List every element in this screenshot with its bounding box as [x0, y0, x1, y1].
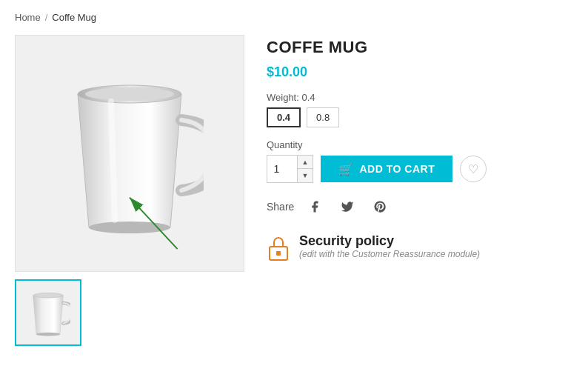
weight-option-08[interactable]: 0.8 [307, 107, 339, 127]
add-to-cart-button[interactable]: 🛒 ADD TO CART [321, 156, 452, 182]
product-title: COFFE MUG [267, 38, 573, 57]
svg-point-7 [36, 333, 60, 336]
add-to-cart-label: ADD TO CART [360, 163, 435, 175]
quantity-input[interactable] [267, 156, 297, 182]
security-text: Security policy (edit with the Customer … [299, 233, 480, 259]
twitter-icon[interactable] [335, 195, 359, 219]
thumbnail-mug-svg [26, 287, 70, 339]
mug-svg [56, 61, 204, 246]
product-price: $10.00 [267, 64, 573, 80]
breadcrumb-separator: / [45, 12, 48, 23]
svg-point-2 [89, 222, 170, 233]
breadcrumb-current: Coffe Mug [52, 12, 96, 23]
page-container: Home / Coffe Mug [0, 0, 588, 383]
product-images-wrapper [15, 35, 244, 346]
security-policy: Security policy (edit with the Customer … [267, 233, 573, 267]
share-row: Share [267, 195, 573, 219]
thumbnail-container [15, 279, 244, 346]
breadcrumb-home[interactable]: Home [15, 12, 41, 23]
product-info: COFFE MUG $10.00 Weight: 0.4 0.4 0.8 Qua… [267, 35, 573, 346]
svg-point-1 [85, 87, 174, 101]
product-thumbnail[interactable] [15, 279, 81, 346]
quantity-down-button[interactable]: ▼ [298, 169, 313, 182]
svg-point-6 [36, 293, 61, 297]
quantity-arrows: ▲ ▼ [297, 156, 313, 182]
quantity-label: Quantity [267, 139, 573, 150]
quantity-up-button[interactable]: ▲ [298, 156, 313, 169]
main-product-image [15, 35, 244, 272]
facebook-icon[interactable] [303, 195, 327, 219]
lock-icon [267, 235, 290, 267]
product-layout: COFFE MUG $10.00 Weight: 0.4 0.4 0.8 Qua… [15, 35, 573, 346]
heart-icon: ♡ [468, 162, 478, 176]
security-title: Security policy [299, 233, 480, 249]
quantity-cart-row: ▲ ▼ 🛒 ADD TO CART ♡ [267, 155, 573, 183]
security-subtitle: (edit with the Customer Reassurance modu… [299, 249, 480, 259]
lock-svg [267, 235, 290, 262]
cart-icon: 🛒 [338, 162, 354, 176]
wishlist-button[interactable]: ♡ [460, 156, 487, 182]
weight-label: Weight: 0.4 [267, 92, 573, 103]
share-label: Share [267, 201, 294, 213]
quantity-input-wrapper: ▲ ▼ [267, 155, 313, 183]
pinterest-icon[interactable] [368, 195, 392, 219]
breadcrumb: Home / Coffe Mug [15, 12, 573, 23]
weight-option-04[interactable]: 0.4 [267, 107, 301, 127]
weight-options: 0.4 0.8 [267, 107, 573, 127]
product-images [15, 35, 244, 346]
